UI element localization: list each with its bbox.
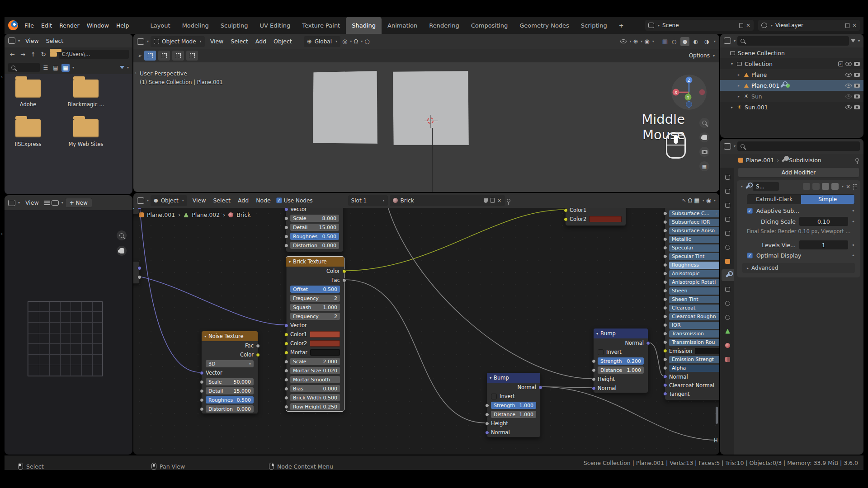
shader-editor-icon[interactable]: [137, 197, 144, 204]
folder-item-iisexpress[interactable]: IISExpress: [11, 119, 45, 147]
menu-item-select[interactable]: Select: [42, 37, 67, 45]
value-slider[interactable]: Emission Strengt: [669, 356, 719, 363]
value-slider[interactable]: Offset0.500: [290, 286, 340, 293]
socket-value[interactable]: [256, 344, 260, 348]
node-row-bias[interactable]: Bias0.000: [286, 384, 344, 393]
node-row-invert[interactable]: Invert: [487, 392, 540, 401]
node-noise-texture[interactable]: ▾Noise TextureFacColor3D▾VectorScale50.0…: [201, 331, 258, 414]
value-slider[interactable]: Scale8.000: [290, 215, 339, 222]
blender-logo-icon[interactable]: [8, 20, 18, 30]
dropdown-3d[interactable]: 3D▾: [206, 360, 254, 367]
socket-value[interactable]: [284, 369, 288, 373]
extras-dropdown-icon[interactable]: ▾: [842, 184, 844, 188]
shading-solid-icon[interactable]: ●: [680, 37, 689, 46]
menu-item-help[interactable]: Help: [113, 21, 133, 30]
subdivision-type-catmull-clark[interactable]: Catmull-Clark: [747, 195, 801, 204]
up-button[interactable]: ↑: [29, 51, 38, 58]
properties-tab-particles[interactable]: [722, 283, 734, 295]
node-brick-texture[interactable]: ▾Brick TextureColorFacOffset0.500Frequen…: [286, 256, 344, 412]
socket-value[interactable]: [342, 278, 346, 282]
remove-viewlayer-icon[interactable]: ×: [852, 22, 857, 28]
value-slider[interactable]: Strength1.000: [491, 402, 536, 409]
node-row-frequency[interactable]: Frequency2: [286, 312, 344, 321]
node-row-squash[interactable]: Squash1.000: [286, 303, 344, 312]
select-mode-extend-button[interactable]: [158, 51, 170, 61]
node-row-mortar-size[interactable]: Mortar Size0.020: [286, 366, 344, 375]
workspace-tab-scripting[interactable]: Scripting: [575, 17, 613, 34]
value-slider[interactable]: Specular: [669, 244, 719, 252]
properties-search-input[interactable]: [737, 141, 860, 151]
node-row-color2[interactable]: Color2: [286, 339, 344, 348]
menu-item-view[interactable]: View: [189, 196, 210, 205]
node-row-transmission[interactable]: Transmission: [665, 329, 719, 338]
outliner-row-collection[interactable]: ▾Collection✓: [720, 58, 863, 69]
node-row-anisotropic-rotati[interactable]: Anisotropic Rotati: [665, 278, 719, 286]
navigation-gizmo[interactable]: Z X Y: [670, 74, 708, 111]
show-edit-mode-toggle[interactable]: [812, 183, 820, 190]
value-slider[interactable]: Transmission: [669, 330, 719, 338]
socket-color[interactable]: [256, 353, 260, 357]
socket-value[interactable]: [485, 404, 489, 408]
socket-color[interactable]: [284, 351, 288, 355]
value-slider[interactable]: Squash1.000: [290, 304, 340, 311]
new-folder-icon[interactable]: [50, 52, 57, 57]
sidebar-collapse-icon[interactable]: ‹: [715, 211, 717, 217]
folder-item-adobe[interactable]: Adobe: [11, 80, 45, 108]
node-row-subsurface-c[interactable]: Subsurface C...: [665, 209, 719, 218]
outliner-search-input[interactable]: [737, 36, 849, 46]
socket-vector[interactable]: [284, 324, 288, 328]
node-canvas[interactable]: Plane.001›Plane.002›Brick VectorScale8.0…: [133, 208, 719, 455]
filter-icon[interactable]: [120, 66, 124, 69]
node-row-emission-strengt[interactable]: Emission Strengt: [665, 355, 719, 364]
checkbox-invert[interactable]: [598, 349, 604, 355]
socket-value[interactable]: [663, 229, 667, 233]
parent-node-tree-icon[interactable]: ↖: [682, 197, 686, 203]
properties-tab-viewlayer[interactable]: [722, 213, 734, 225]
socket-value[interactable]: [663, 306, 667, 310]
viewport-zoom-icon[interactable]: [699, 118, 709, 128]
scene-name[interactable]: Scene: [662, 22, 679, 28]
expand-icon[interactable]: ▾: [730, 62, 734, 66]
forward-button[interactable]: →: [19, 51, 27, 58]
color-swatch[interactable]: [310, 331, 340, 338]
breadcrumb-item[interactable]: Plane.001: [147, 211, 175, 218]
value-slider[interactable]: Alpha: [669, 365, 719, 372]
node-row-sheen-tint[interactable]: Sheen Tint: [665, 295, 719, 304]
value-slider[interactable]: Subsurface Aniso: [669, 227, 719, 235]
node-row-distortion[interactable]: Distortion0.000: [202, 404, 258, 413]
plane-001-object[interactable]: [393, 71, 469, 145]
socket-vector[interactable]: [284, 208, 288, 211]
menu-item-view[interactable]: View: [22, 37, 42, 45]
hide-viewport-icon[interactable]: [845, 94, 852, 99]
thumbnail-view-icon[interactable]: ▦: [61, 64, 70, 72]
node-bump-001[interactable]: ▾BumpNormalInvertStrength0.200Distance1.…: [593, 328, 648, 393]
select-mode-subtract-button[interactable]: [172, 51, 184, 61]
menu-item-node[interactable]: Node: [252, 196, 274, 205]
hide-viewport-icon[interactable]: [845, 84, 852, 88]
socket-value[interactable]: [200, 380, 204, 384]
active-tool-icon[interactable]: ➢: [138, 53, 142, 59]
workspace-tab-layout[interactable]: Layout: [144, 17, 176, 34]
workspace-tab-geometry-nodes[interactable]: Geometry Nodes: [514, 17, 575, 34]
shading-material-icon[interactable]: ◐: [691, 37, 700, 46]
properties-tab-constraints[interactable]: [722, 311, 734, 323]
workspace-tab-sculpting[interactable]: Sculpting: [215, 17, 254, 34]
socket-value[interactable]: [592, 377, 596, 381]
show-gizmo-icon[interactable]: ⊕: [633, 38, 638, 45]
socket-value[interactable]: [592, 359, 596, 363]
properties-tab-scene[interactable]: [722, 227, 734, 239]
socket-value[interactable]: [663, 211, 667, 216]
drag-handle-icon[interactable]: [853, 183, 857, 190]
socket-color[interactable]: [284, 342, 288, 346]
use-nodes-checkbox[interactable]: ✓: [276, 197, 282, 203]
mode-selector[interactable]: Object Mode ▾: [151, 36, 205, 47]
socket-vector[interactable]: [137, 266, 142, 270]
value-slider[interactable]: Transmission Rou: [669, 339, 719, 346]
workspace-tab-texture-paint[interactable]: Texture Paint: [296, 17, 346, 34]
socket-vector[interactable]: [663, 392, 667, 396]
node-row-roughness[interactable]: Roughness: [665, 261, 719, 269]
file-browser-editor-icon[interactable]: [8, 38, 15, 44]
value-slider[interactable]: Detail15.000: [206, 387, 254, 394]
node-row-metallic[interactable]: Metallic: [665, 235, 719, 244]
node-row-subsurface-ior[interactable]: Subsurface IOR: [665, 218, 719, 226]
